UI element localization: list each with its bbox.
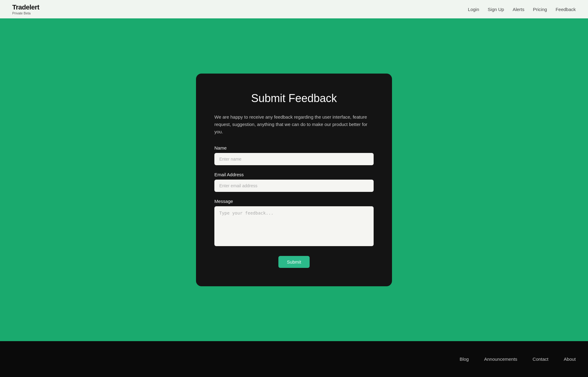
email-label: Email Address	[214, 172, 374, 177]
nav-signup[interactable]: Sign Up	[488, 7, 504, 12]
message-textarea[interactable]	[214, 206, 374, 246]
footer-blog[interactable]: Blog	[460, 356, 469, 362]
nav-login[interactable]: Login	[468, 7, 479, 12]
submit-container: Submit	[214, 256, 374, 268]
logo: Tradelert Private Beta	[12, 3, 39, 15]
footer: Blog Announcements Contact About	[0, 341, 588, 377]
footer-contact[interactable]: Contact	[533, 356, 548, 362]
name-field-group: Name	[214, 145, 374, 165]
header: Tradelert Private Beta Login Sign Up Ale…	[0, 0, 588, 18]
submit-button[interactable]: Submit	[278, 256, 310, 268]
nav-alerts[interactable]: Alerts	[513, 7, 524, 12]
feedback-form: Name Email Address Message Submit	[214, 145, 374, 268]
email-input[interactable]	[214, 180, 374, 192]
nav-feedback[interactable]: Feedback	[556, 7, 576, 12]
email-field-group: Email Address	[214, 172, 374, 192]
footer-announcements[interactable]: Announcements	[484, 356, 517, 362]
feedback-card: Submit Feedback We are happy to receive …	[196, 74, 392, 286]
form-description: We are happy to receive any feedback reg…	[214, 113, 374, 135]
name-label: Name	[214, 145, 374, 150]
nav-pricing[interactable]: Pricing	[533, 7, 547, 12]
logo-subtitle: Private Beta	[12, 11, 31, 15]
form-title: Submit Feedback	[214, 92, 374, 105]
footer-nav: Blog Announcements Contact About	[460, 356, 576, 362]
message-label: Message	[214, 199, 374, 204]
name-input[interactable]	[214, 153, 374, 165]
main-content: Submit Feedback We are happy to receive …	[0, 18, 588, 341]
message-field-group: Message	[214, 199, 374, 247]
logo-name: Tradelert	[12, 3, 39, 11]
main-nav: Login Sign Up Alerts Pricing Feedback	[468, 7, 576, 12]
footer-about[interactable]: About	[564, 356, 576, 362]
